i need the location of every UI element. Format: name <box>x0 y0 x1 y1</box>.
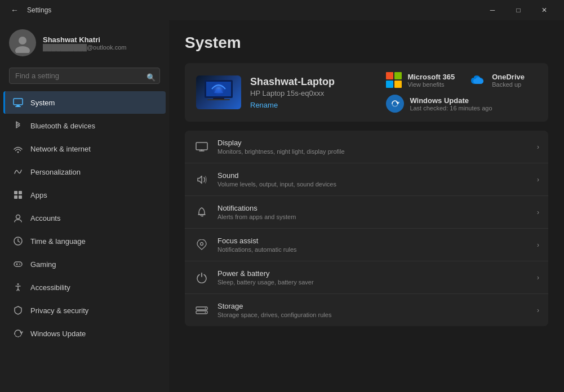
svg-point-13 <box>19 264 20 265</box>
minimize-button[interactable]: ─ <box>479 0 505 20</box>
sidebar-item-accounts[interactable]: Accounts <box>3 207 166 229</box>
update-subtitle: Last checked: 16 minutes ago <box>410 105 492 112</box>
display-subtitle: Monitors, brightness, night light, displ… <box>217 148 345 155</box>
notifications-subtitle: Alerts from apps and system <box>217 213 296 220</box>
windows-update-app[interactable]: Windows Update Last checked: 16 minutes … <box>386 95 537 113</box>
chevron-right-icon: › <box>537 306 539 314</box>
svg-point-14 <box>17 283 19 285</box>
sidebar-item-bluetooth[interactable]: Bluetooth & devices <box>3 114 166 137</box>
sidebar-item-apps[interactable]: Apps <box>3 184 166 206</box>
svg-rect-7 <box>19 191 22 194</box>
onedrive-icon <box>468 72 486 88</box>
device-image <box>196 75 241 109</box>
close-button[interactable]: ✕ <box>531 0 557 20</box>
storage-subtitle: Storage space, drives, configuration rul… <box>217 311 331 318</box>
sidebar-label-privacy: Privacy & security <box>30 306 88 315</box>
sidebar-label-network: Network & internet <box>30 145 91 153</box>
personalization-icon <box>12 166 24 177</box>
settings-row-focus[interactable]: Focus assist Notifications, automatic ru… <box>185 229 548 261</box>
search-icon[interactable]: 🔍 <box>146 73 156 81</box>
gaming-icon <box>12 259 24 270</box>
nav-menu: System Bluetooth & devices <box>0 91 169 345</box>
svg-rect-9 <box>19 195 22 199</box>
sidebar-item-network[interactable]: Network & internet <box>3 137 166 160</box>
svg-point-0 <box>19 37 26 44</box>
maximize-button[interactable]: □ <box>505 0 531 20</box>
display-title: Display <box>217 139 345 147</box>
network-icon <box>12 143 24 154</box>
sidebar-label-accessibility: Accessibility <box>30 283 70 292</box>
settings-group: Display Monitors, brightness, night ligh… <box>185 131 548 326</box>
sound-title: Sound <box>217 171 336 180</box>
settings-row-storage[interactable]: Storage Storage space, drives, configura… <box>185 294 548 326</box>
user-info: Shashwat Khatri ██████████@outlook.com <box>43 35 126 51</box>
device-info: Shashwat-Laptop HP Laptop 15s-eq0xxx Ren… <box>250 76 335 109</box>
ms365-subtitle: View benefits <box>407 81 455 88</box>
svg-rect-19 <box>207 99 230 100</box>
svg-point-25 <box>205 311 206 313</box>
svg-rect-6 <box>14 191 17 194</box>
device-name: Shashwat-Laptop <box>250 76 335 88</box>
storage-icon <box>194 302 210 318</box>
search-container: 🔍 <box>0 63 169 91</box>
sidebar-label-time: Time & language <box>30 237 86 246</box>
window-controls: ─ □ ✕ <box>479 0 557 20</box>
sidebar-label-personalization: Personalization <box>30 168 81 176</box>
windows-update-icon <box>386 95 404 113</box>
focus-icon <box>194 237 210 253</box>
user-email: ██████████@outlook.com <box>43 44 126 51</box>
update-icon <box>12 328 24 339</box>
sidebar-label-system: System <box>30 99 55 107</box>
device-card: Shashwat-Laptop HP Laptop 15s-eq0xxx Ren… <box>185 63 548 122</box>
onedrive-app[interactable]: OneDrive Backed up <box>468 72 537 88</box>
sidebar-item-privacy[interactable]: Privacy & security <box>3 299 166 322</box>
notifications-title: Notifications <box>217 204 296 212</box>
sidebar-item-personalization[interactable]: Personalization <box>3 161 166 183</box>
search-input[interactable] <box>9 68 160 84</box>
settings-row-notifications[interactable]: Notifications Alerts from apps and syste… <box>185 196 548 229</box>
svg-rect-4 <box>15 106 21 108</box>
system-icon <box>12 97 24 108</box>
ms365-title: Microsoft 365 <box>407 73 455 81</box>
sidebar-item-system[interactable]: System <box>3 91 166 114</box>
onedrive-subtitle: Backed up <box>492 81 525 88</box>
sidebar-item-gaming[interactable]: Gaming <box>3 253 166 275</box>
ms365-app[interactable]: Microsoft 365 View benefits <box>386 72 455 88</box>
sidebar-label-accounts: Accounts <box>30 214 60 222</box>
svg-point-10 <box>16 215 20 219</box>
storage-title: Storage <box>217 302 331 310</box>
focus-subtitle: Notifications, automatic rules <box>217 246 297 253</box>
svg-rect-20 <box>196 142 207 150</box>
app-title: Settings <box>27 6 51 14</box>
sidebar-label-apps: Apps <box>30 191 47 199</box>
bluetooth-icon <box>12 120 24 131</box>
power-subtitle: Sleep, battery usage, battery saver <box>217 279 314 286</box>
sound-subtitle: Volume levels, output, input, sound devi… <box>217 181 336 188</box>
chevron-right-icon: › <box>537 176 539 184</box>
sidebar: Shashwat Khatri ██████████@outlook.com 🔍 <box>0 20 169 392</box>
ms365-icon <box>386 72 402 88</box>
content-area: System <box>169 20 564 392</box>
main-layout: Shashwat Khatri ██████████@outlook.com 🔍 <box>0 20 564 392</box>
svg-rect-8 <box>14 195 17 199</box>
settings-row-power[interactable]: Power & battery Sleep, battery usage, ba… <box>185 261 548 294</box>
user-profile[interactable]: Shashwat Khatri ██████████@outlook.com <box>0 20 169 63</box>
back-button[interactable]: ← <box>7 2 23 18</box>
user-name: Shashwat Khatri <box>43 35 126 44</box>
sidebar-item-update[interactable]: Windows Update <box>3 322 166 345</box>
time-icon <box>12 235 24 247</box>
chevron-right-icon: › <box>537 143 539 151</box>
sidebar-item-time[interactable]: Time & language <box>3 230 166 252</box>
svg-point-21 <box>201 242 203 245</box>
svg-rect-12 <box>14 262 22 266</box>
titlebar: ← Settings ─ □ ✕ <box>0 0 564 20</box>
device-model: HP Laptop 15s-eq0xxx <box>250 89 335 97</box>
device-rename-link[interactable]: Rename <box>250 101 335 109</box>
sidebar-label-update: Windows Update <box>30 329 86 338</box>
sidebar-label-gaming: Gaming <box>30 260 56 269</box>
settings-row-sound[interactable]: Sound Volume levels, output, input, soun… <box>185 163 548 196</box>
settings-row-display[interactable]: Display Monitors, brightness, night ligh… <box>185 131 548 163</box>
update-title: Windows Update <box>410 96 492 105</box>
sidebar-item-accessibility[interactable]: Accessibility <box>3 276 166 299</box>
sidebar-label-bluetooth: Bluetooth & devices <box>30 122 95 130</box>
